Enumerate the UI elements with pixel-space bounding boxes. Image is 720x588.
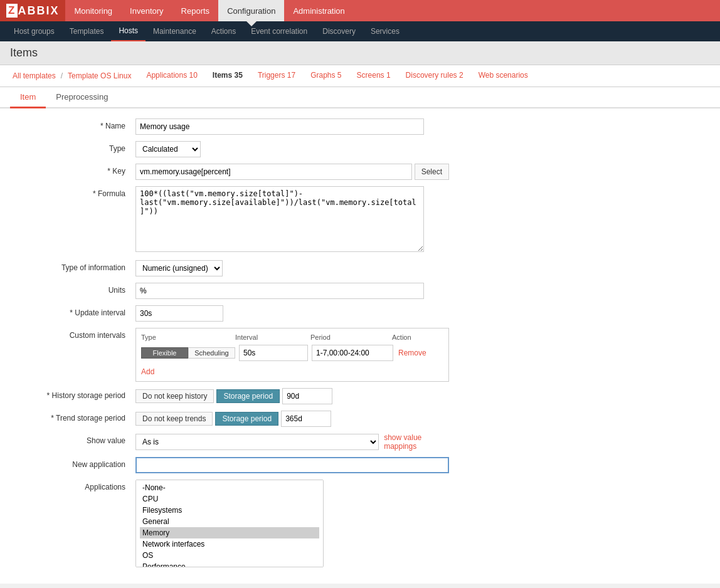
ci-period-input[interactable] — [312, 345, 393, 361]
ci-type-buttons: Flexible Scheduling — [141, 347, 235, 359]
show-value-control: As is show value mappings — [135, 433, 449, 451]
nav-reports[interactable]: Reports — [172, 0, 219, 21]
applications-label: Applications — [10, 480, 135, 491]
nav-templates[interactable]: Templates — [62, 21, 112, 41]
custom-intervals-label: Custom intervals — [10, 328, 135, 340]
nav-inventory[interactable]: Inventory — [121, 0, 172, 21]
sub-tab-preprocessing[interactable]: Preprocessing — [46, 87, 118, 108]
history-no-keep-button[interactable]: Do not keep history — [135, 389, 214, 403]
app-option-os[interactable]: OS — [140, 550, 319, 561]
nav-actions[interactable]: Actions — [204, 21, 243, 41]
applications-listbox[interactable]: -None- CPU Filesystems General Memory Ne… — [135, 480, 324, 567]
app-option-none[interactable]: -None- — [140, 482, 319, 493]
logo-text: ABBIX — [18, 4, 59, 18]
breadcrumb-tab-screens[interactable]: Screens 1 — [349, 66, 398, 86]
nav-services[interactable]: Services — [363, 21, 407, 41]
type-label: Type — [10, 141, 135, 153]
breadcrumb-all-templates[interactable]: All templates — [10, 65, 58, 87]
form-row-type: Type Calculated Zabbix agent SNMP v1 SNM… — [0, 141, 720, 157]
app-option-network[interactable]: Network interfaces — [140, 538, 319, 550]
ci-flexible-button[interactable]: Flexible — [141, 347, 188, 359]
form-row-custom-intervals: Custom intervals Type Interval Period Ac… — [0, 328, 720, 382]
ci-scheduling-button[interactable]: Scheduling — [188, 347, 235, 359]
custom-intervals-box: Type Interval Period Action Flexible Sch… — [135, 328, 449, 382]
logo[interactable]: Z ABBIX — [0, 0, 65, 21]
app-option-memory[interactable]: Memory — [140, 527, 319, 538]
key-control: Select — [135, 164, 449, 180]
name-input[interactable] — [135, 118, 424, 135]
ci-period — [308, 345, 393, 361]
top-navigation: Z ABBIX Monitoring Inventory Reports Con… — [0, 0, 720, 21]
type-of-info-select[interactable]: Numeric (unsigned) Numeric (float) Chara… — [135, 260, 223, 276]
history-storage-button[interactable]: Storage period — [216, 389, 280, 403]
ci-header-period: Period — [310, 333, 392, 341]
app-option-general[interactable]: General — [140, 516, 319, 527]
breadcrumb-tab-discovery[interactable]: Discovery rules 2 — [398, 66, 471, 86]
breadcrumb-tab-graphs[interactable]: Graphs 5 — [303, 66, 349, 86]
breadcrumb-tab-triggers[interactable]: Triggers 17 — [250, 66, 303, 86]
second-navigation: Host groups Templates Hosts Maintenance … — [0, 21, 720, 41]
form-row-update-interval: * Update interval — [0, 305, 720, 322]
ci-header-action: Action — [392, 333, 430, 341]
page-content: Items All templates / Template OS Linux … — [0, 41, 720, 584]
ci-action: Remove — [398, 349, 426, 357]
trend-label: * Trend storage period — [10, 411, 135, 423]
app-option-performance[interactable]: Performance — [140, 561, 319, 567]
breadcrumb-tab-web-scenarios[interactable]: Web scenarios — [471, 66, 536, 86]
nav-maintenance[interactable]: Maintenance — [146, 21, 204, 41]
units-control — [135, 283, 449, 299]
form-row-history: * History storage period Do not keep his… — [0, 388, 720, 404]
form-row-applications: Applications -None- CPU Filesystems Gene… — [0, 480, 720, 567]
ci-row: Flexible Scheduling Remove — [141, 345, 443, 361]
units-input[interactable] — [135, 283, 424, 299]
trend-value-input[interactable] — [281, 411, 331, 427]
ci-header-type: Type — [141, 333, 235, 341]
new-app-control — [135, 457, 449, 473]
breadcrumb-tab-items[interactable]: Items 35 — [205, 66, 250, 86]
page-title: Items — [10, 46, 710, 60]
key-select-button[interactable]: Select — [415, 164, 449, 180]
name-label: * Name — [10, 118, 135, 130]
update-interval-input[interactable] — [135, 305, 223, 322]
formula-textarea[interactable] — [135, 186, 424, 252]
nav-host-groups[interactable]: Host groups — [6, 21, 62, 41]
breadcrumb-template-name[interactable]: Template OS Linux — [65, 65, 134, 87]
page-title-bar: Items — [0, 41, 720, 65]
form-row-show-value: Show value As is show value mappings — [0, 433, 720, 451]
nav-configuration[interactable]: Configuration — [218, 0, 284, 21]
sub-tabs: Item Preprocessing — [0, 87, 720, 108]
history-control: Do not keep history Storage period — [135, 388, 449, 404]
new-app-input[interactable] — [135, 457, 449, 473]
form-row-formula: * Formula — [0, 186, 720, 254]
form-row-new-app: New application — [0, 457, 720, 473]
key-input[interactable] — [135, 164, 412, 180]
show-value-select[interactable]: As is — [135, 434, 379, 450]
ci-interval-input[interactable] — [239, 345, 308, 361]
nav-hosts[interactable]: Hosts — [111, 21, 146, 41]
nav-administration[interactable]: Administration — [284, 0, 353, 21]
ci-remove-link[interactable]: Remove — [398, 349, 426, 357]
ci-header-interval: Interval — [235, 333, 310, 341]
nav-discovery[interactable]: Discovery — [315, 21, 363, 41]
show-value-mappings-link[interactable]: show value mappings — [384, 433, 449, 451]
breadcrumb-separator: / — [58, 71, 65, 80]
formula-control — [135, 186, 449, 254]
nav-monitoring[interactable]: Monitoring — [65, 0, 121, 21]
breadcrumb-tab-applications[interactable]: Applications 10 — [139, 66, 204, 86]
form-row-trend: * Trend storage period Do not keep trend… — [0, 411, 720, 427]
name-control — [135, 118, 449, 135]
trend-no-keep-button[interactable]: Do not keep trends — [135, 412, 213, 426]
type-of-info-control: Numeric (unsigned) Numeric (float) Chara… — [135, 260, 449, 276]
breadcrumb-bar: All templates / Template OS Linux Applic… — [0, 65, 720, 87]
type-of-info-label: Type of information — [10, 260, 135, 272]
key-label: * Key — [10, 164, 135, 176]
ci-header: Type Interval Period Action — [141, 333, 443, 341]
app-option-cpu[interactable]: CPU — [140, 493, 319, 505]
sub-tab-item[interactable]: Item — [10, 87, 46, 108]
breadcrumb-tabs: Applications 10 Items 35 Triggers 17 Gra… — [139, 66, 535, 86]
app-option-filesystems[interactable]: Filesystems — [140, 505, 319, 516]
ci-add-link[interactable]: Add — [141, 367, 154, 376]
type-select[interactable]: Calculated Zabbix agent SNMP v1 SNMP v2 … — [135, 141, 201, 157]
history-value-input[interactable] — [282, 388, 332, 404]
trend-storage-button[interactable]: Storage period — [215, 412, 278, 426]
